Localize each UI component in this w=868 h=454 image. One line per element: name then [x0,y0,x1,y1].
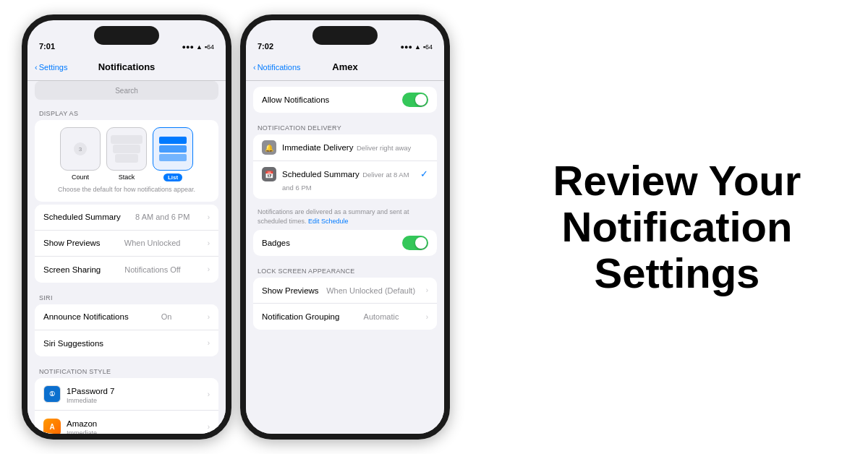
announce-notifications-label: Announce Notifications [43,312,129,321]
display-options: 3 Count Stack [42,127,211,181]
apps-group: ① 1Password 7 Immediate › A Amazon Immed… [35,378,218,434]
list-box [153,127,193,171]
allow-notifications-item[interactable]: Allow Notifications [253,87,437,113]
back-chevron-icon-2: ‹ [253,63,256,72]
calendar-icon: 📅 [262,167,276,181]
time-2: 7:02 [258,42,273,51]
nav-back-label-2[interactable]: Notifications [258,63,301,72]
scheduled-summary-content: Scheduled Summary Deliver at 8 AM and 6 … [282,167,414,193]
delivery-info-text: Notifications are delivered as a summary… [246,205,444,230]
phone-2: 7:02 ●●● ▲ ▪64 ‹ Notifications Amex Allo… [240,14,450,440]
time-1: 7:01 [39,42,55,51]
lock-screen-label: LOCK SCREEN APPEARANCE [246,262,444,278]
nav-back-2[interactable]: ‹ Notifications [253,63,301,72]
phones-container: 7:01 ●●● ▲ ▪64 ‹ Settings Notifications … [0,0,472,454]
nav-title-1: Notifications [98,61,156,72]
app-1password-name: 1Password 7 [67,387,114,395]
list-badge: List [163,174,182,181]
headline-line2: Notification [553,204,801,250]
siri-label: SIRI [27,288,226,304]
dynamic-island-2 [312,26,378,45]
siri-suggestions-item[interactable]: Siri Suggestions › [35,330,218,356]
show-previews-lock-item[interactable]: Show Previews When Unlocked (Default) › [253,278,437,304]
chevron-lock-0: › [426,286,428,294]
display-option-stack[interactable]: Stack [106,127,147,181]
phone1-content: DISPLAY AS 3 Count [27,104,226,434]
nav-title-2: Amex [332,61,357,72]
app-1password-item[interactable]: ① 1Password 7 Immediate › [35,378,218,411]
notification-grouping-item[interactable]: Notification Grouping Automatic › [253,304,437,330]
allow-notifications-toggle[interactable] [402,93,428,107]
immediate-delivery-content: Immediate Delivery Deliver right away [282,140,428,153]
app-1password-icon: ① [43,385,61,403]
right-text-section: Review Your Notification Settings [472,143,868,310]
immediate-delivery-title: Immediate Delivery [282,143,353,152]
show-previews-lock-label: Show Previews [262,286,319,295]
display-option-count[interactable]: 3 Count [60,127,101,181]
stack-box [106,127,147,171]
notification-grouping-value: Automatic [364,312,399,321]
battery-icon: ▪64 [205,43,214,51]
announce-notifications-item[interactable]: Announce Notifications On › [35,304,218,330]
notification-delivery-label: NOTIFICATION DELIVERY [246,119,444,134]
signal-icon-2: ●●● [401,43,412,51]
notification-style-label: NOTIFICATION STYLE [27,362,226,378]
nav-back-1[interactable]: ‹ Settings [35,63,67,72]
nav-back-label-1[interactable]: Settings [39,63,68,72]
allow-notifications-group: Allow Notifications [253,87,437,113]
siri-suggestions-label: Siri Suggestions [43,339,103,348]
allow-notifications-label: Allow Notifications [262,95,329,104]
edit-schedule-link[interactable]: Edit Schedule [308,218,349,225]
screen-sharing-label: Screen Sharing [43,265,101,274]
app-amazon-left: A Amazon Immediate [43,416,208,434]
status-icons-1: ●●● ▲ ▪64 [182,43,214,51]
app-amazon-item[interactable]: A Amazon Immediate › [35,411,218,434]
show-previews-value: When Unlocked [124,239,181,247]
display-as-section: 3 Count Stack [35,120,218,202]
search-text-1: Search [115,87,138,95]
dynamic-island-1 [94,26,159,45]
chevron-icon-0: › [208,213,210,221]
chevron-icon-siri-1: › [208,339,210,347]
wifi-icon-2: ▲ [414,43,421,51]
stack-notif-2 [113,145,140,153]
phone-1: 7:01 ●●● ▲ ▪64 ‹ Settings Notifications … [22,14,231,440]
screen-sharing-value: Notifications Off [124,265,180,274]
show-previews-lock-value: When Unlocked (Default) [326,286,415,295]
app-amazon-name: Amazon [67,419,97,428]
app-amazon-icon: A [43,419,61,434]
checkmark-icon: ✓ [420,168,428,179]
stack-notif-1 [111,135,142,144]
settings-group: Scheduled Summary 8 AM and 6 PM › Show P… [35,205,218,283]
stack-label: Stack [119,174,135,181]
app-1password-left: ① 1Password 7 Immediate [43,384,208,405]
back-chevron-icon: ‹ [35,63,38,72]
immediate-delivery-option[interactable]: 🔔 Immediate Delivery Deliver right away [253,134,437,161]
battery-icon-2: ▪64 [423,43,433,51]
delivery-options-group: 🔔 Immediate Delivery Deliver right away … [253,134,437,199]
search-bar-1[interactable]: Search [35,81,218,100]
display-option-list[interactable]: List [153,127,193,181]
scheduled-summary-label: Scheduled Summary [43,213,121,221]
chevron-icon-2: › [208,265,210,273]
nav-bar-1: ‹ Settings Notifications [27,53,226,81]
scheduled-summary-title: Scheduled Summary [282,170,359,179]
show-previews-label: Show Previews [43,239,101,247]
app-1password-sub: Immediate [67,397,114,405]
show-previews-item[interactable]: Show Previews When Unlocked › [35,231,218,257]
display-as-label: DISPLAY AS [27,104,226,120]
badges-item[interactable]: Badges [253,230,437,256]
chevron-lock-1: › [426,313,428,321]
siri-group: Announce Notifications On › Siri Suggest… [35,304,218,356]
badges-group: Badges [253,230,437,256]
count-box: 3 [60,127,101,171]
nav-bar-2: ‹ Notifications Amex [246,53,444,81]
announce-notifications-value: On [161,312,172,321]
scheduled-summary-option[interactable]: 📅 Scheduled Summary Deliver at 8 AM and … [253,161,437,199]
screen-sharing-item[interactable]: Screen Sharing Notifications Off › [35,257,218,283]
badges-label: Badges [262,239,290,247]
signal-icon: ●●● [182,43,194,51]
badges-toggle[interactable] [402,236,428,250]
count-icon: 3 [74,142,87,155]
scheduled-summary-item[interactable]: Scheduled Summary 8 AM and 6 PM › [35,205,218,231]
